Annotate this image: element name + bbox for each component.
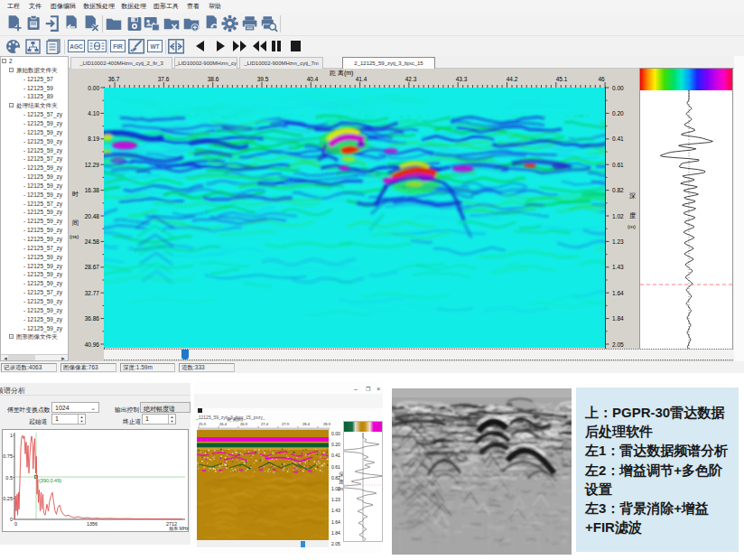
svg-text:27.9: 27.9 [282,422,290,426]
svg-text:频率 MHz: 频率 MHz [169,526,189,531]
svg-text:0: 0 [10,517,13,522]
svg-text:0.75: 0.75 [3,453,13,459]
svg-text:27.4: 27.4 [261,422,269,426]
svg-text:1356: 1356 [87,521,98,527]
svg-text:1: 1 [10,433,13,438]
svg-text:0.25: 0.25 [3,496,13,501]
svg-text:0.5: 0.5 [5,475,13,481]
svg-text:26.9: 26.9 [240,422,248,426]
svg-text:28.9: 28.9 [323,422,331,426]
svg-text:25.9: 25.9 [199,422,207,426]
svg-text:26.4: 26.4 [219,422,228,426]
svg-text:0: 0 [14,521,17,527]
svg-text:(390,0.49): (390,0.49) [39,478,61,483]
svg-text:28.4: 28.4 [302,422,311,426]
